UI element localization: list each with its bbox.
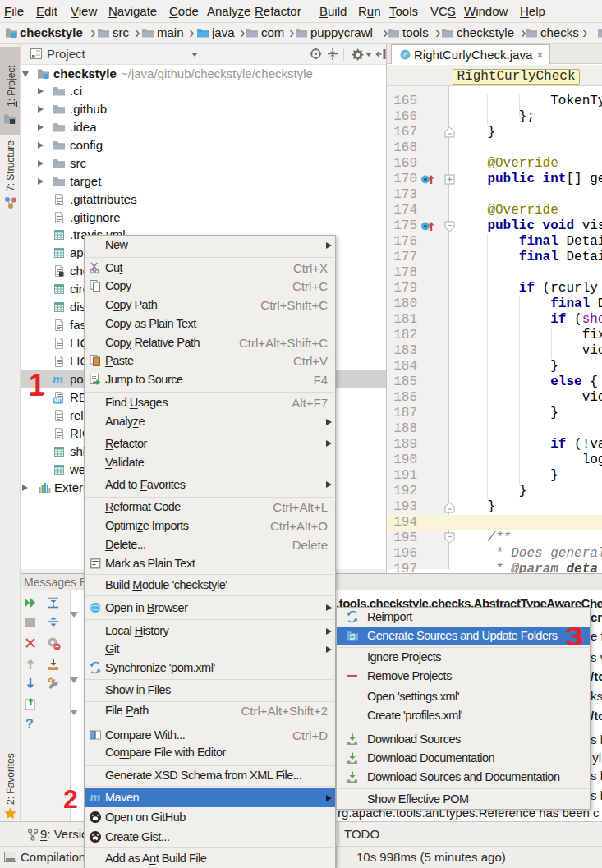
svg-text:MD: MD	[54, 397, 62, 403]
svg-text:c: c	[403, 51, 407, 59]
